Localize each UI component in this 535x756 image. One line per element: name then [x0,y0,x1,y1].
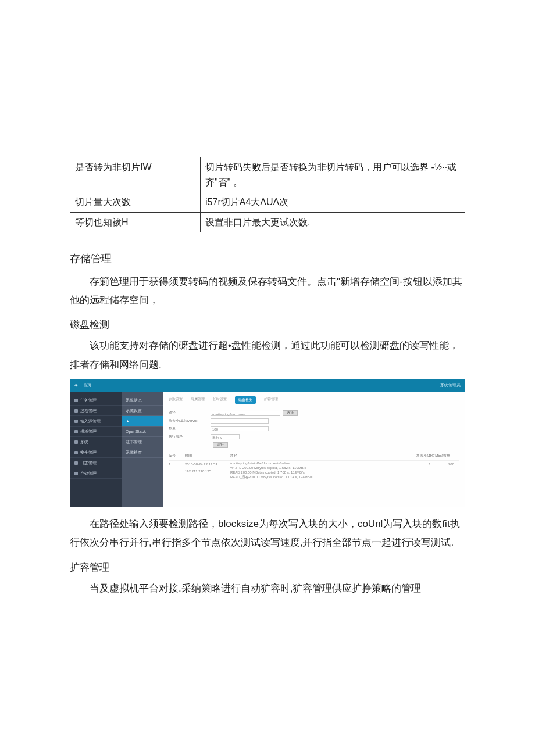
result-ip: 192.211.230.125 [185,470,211,473]
subnav-item[interactable]: 系统设置 [122,406,163,416]
result-path: /mnt/spring/kristoffer/documents/video/ [230,461,290,465]
section-body: 当及虚拟机平台对接.采纳策略进行自动犷容时,犷容管理供应扩挣策略的管理 [70,579,465,598]
tab-active[interactable]: 磁盘检测 [235,396,256,404]
sidebar-item[interactable]: 过程管理 [70,406,122,416]
col-header: 路径 [230,453,416,459]
tab-row: 参数设置 附属管理 长时设置 磁盘检测 扩容管理 [169,396,459,406]
sidebar-label: 过程管理 [80,407,97,414]
section-heading-disk: 磁盘检测 [70,316,465,334]
header-user[interactable]: 系统管理员 [440,381,461,389]
section-body: 该功能支持对存储的礳盘进行超•盘性能检测，通过此功能可以检测礳盘的读写性能，排者… [70,336,465,374]
sidebar-item[interactable]: 存储管理 [70,468,122,479]
embedded-app-screenshot: ◈ 首页 系统管理员 任务管理 过程管理 输入源管理 模板管理 系统 安全管理 … [70,379,465,507]
count-input[interactable]: 100 [211,426,269,431]
subnav-item[interactable]: 证书管理 [122,437,163,447]
subnav-label: 证书管理 [126,438,142,446]
sidebar-item[interactable]: 输入源管理 [70,416,122,427]
path-input[interactable]: /mnt/spring/hartmann [211,411,280,416]
col-header: 块大小(单位Mbs) [416,453,443,459]
sidebar-item[interactable]: 系统 [70,437,122,447]
col-header: 时间 [185,453,230,459]
subnav-item[interactable]: 系统状态 [122,395,163,406]
result-cell: 200 [443,461,459,479]
section-body: 在路径处输入须要检测路径，blocksize为每次写入块的大小，coUnl为写入… [70,515,465,553]
results-header-row: 编号 时间 路径 块大小(单位Mbs) 数量 [169,453,459,461]
param-key: 等切也知袚H [70,212,201,232]
nav-icon [74,420,78,423]
results-row: 1 2015-08-24 22:13:53 192.211.230.125 /m… [169,461,459,479]
run-button[interactable]: 运行 [213,442,228,448]
result-cell: /mnt/spring/kristoffer/documents/video/ … [230,461,416,479]
sidebar-label: 日志管理 [80,459,97,467]
subnav-label: 系统检查 [126,449,142,456]
sidebar-item[interactable]: 安全管理 [70,447,122,458]
col-header: 数量 [443,453,459,459]
path-label: 路径 [169,410,211,416]
app-sidebar: 任务管理 过程管理 输入源管理 模板管理 系统 安全管理 日志管理 存储管理 [70,392,122,507]
param-key: 是否转为非切片IW [70,157,201,192]
tab[interactable]: 长时设置 [213,396,227,404]
subnav-item[interactable]: ▲ [122,416,163,427]
sidebar-item[interactable]: 任务管理 [70,395,122,406]
browse-button[interactable]: 选择 [283,410,298,416]
result-time: 2015-08-24 22:13:53 [185,463,217,466]
result-cell: 1 [416,461,443,479]
result-line: READ_缓存200.00 MBytes copied, 1.014 s, 19… [230,475,312,479]
param-value: i57r切片A4大ΛUΛ次 [201,192,465,213]
app-main: 参数设置 附属管理 长时设置 磁盘检测 扩容管理 路径 /mnt/spring/… [163,392,465,507]
sidebar-label: 存储管理 [80,470,97,477]
sidebar-label: 任务管理 [80,396,97,404]
count-label: 数量 [169,425,211,432]
blocksize-label: 块大小(单位MByte) [169,418,211,424]
tab[interactable]: 参数设置 [169,396,183,404]
exec-order-select[interactable]: 串行 v [211,434,240,439]
parameters-table: 是否转为非切片IW 切片转码失败后是否转换为非切片转码，用户可以选界 -½··或… [70,157,465,232]
param-value: 切片转码失败后是否转换为非切片转码，用户可以选界 -½··或齐"否" 。 [201,157,465,192]
nav-icon [74,409,78,413]
param-key: 切片量大次数 [70,192,201,213]
sidebar-label: 安全管理 [80,449,97,456]
header-home[interactable]: 首页 [83,381,91,389]
logo-icon: ◈ [74,381,77,389]
blocksize-input[interactable] [211,418,269,424]
tab[interactable]: 扩容管理 [264,396,278,404]
nav-icon [74,472,78,475]
nav-icon [74,461,78,465]
section-heading-expand: 扩容管理 [70,558,465,577]
result-line: READ 200.00 MBytes copied, 1.768 s, 113M… [230,471,305,474]
nav-icon [74,430,78,433]
sidebar-item[interactable]: 模板管理 [70,427,122,437]
section-body: 存箣笆理用于获得须要转码的视频及保存转码文件。点击"新增存储空间-按钮以添加其他… [70,273,465,310]
result-cell: 2015-08-24 22:13:53 192.211.230.125 [185,461,230,479]
nav-icon [74,451,78,454]
section-heading-storage: 存储管理 [70,249,465,268]
app-subnav: 系统状态 系统设置 ▲ OpenStack 证书管理 系统检查 [122,392,163,507]
nav-icon [74,440,78,444]
sidebar-label: 系统 [80,438,88,446]
result-cell: 1 [169,461,185,479]
tab[interactable]: 附属管理 [191,396,205,404]
subnav-label: ▲ [126,417,130,425]
subnav-label: OpenStack [126,428,146,435]
col-header: 编号 [169,453,185,459]
subnav-item[interactable]: OpenStack [122,427,163,437]
result-line: WRITE 200.00 MBytes copied, 1.682 s, 119… [230,466,306,470]
exec-order-label: 执行顺序 [169,433,211,440]
sidebar-label: 模板管理 [80,428,97,435]
subnav-label: 系统状态 [126,396,142,404]
sidebar-label: 输入源管理 [80,417,101,425]
nav-icon [74,399,78,402]
app-header: ◈ 首页 系统管理员 [70,379,465,392]
subnav-label: 系统设置 [126,407,142,414]
subnav-item[interactable]: 系统检查 [122,447,163,458]
param-value: 设置非口片最大更试次数. [201,212,465,232]
sidebar-item[interactable]: 日志管理 [70,458,122,468]
